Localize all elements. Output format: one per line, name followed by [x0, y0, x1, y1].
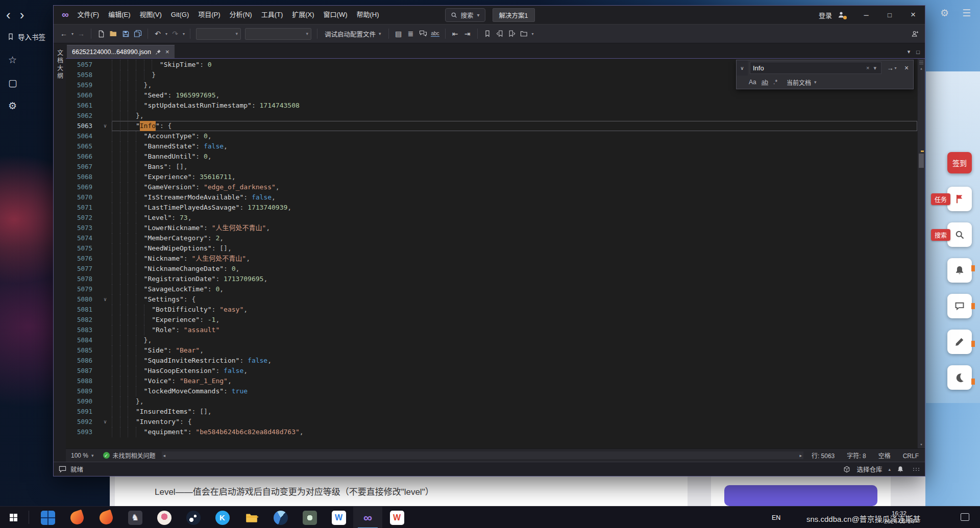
solution-badge[interactable]: 解决方案1 [493, 8, 535, 22]
code-line[interactable]: 5078"RegistrationDate": 1713709695, [66, 274, 917, 284]
sidebar-messages[interactable] [947, 294, 972, 318]
line-number[interactable]: 5079 [66, 284, 99, 294]
line-number[interactable]: 5075 [66, 243, 99, 254]
line-number[interactable]: 5073 [66, 223, 99, 233]
find-history-chevron-icon[interactable]: ▾ [871, 65, 878, 71]
line-number[interactable]: 5067 [66, 162, 99, 172]
code-line[interactable]: 5067"Bans": [], [66, 162, 917, 172]
taskbar-app-ms-store[interactable] [33, 507, 62, 528]
page-menu-icon[interactable]: ☰ [962, 7, 971, 19]
regex-toggle[interactable]: .* [773, 79, 777, 86]
fold-chevron-icon[interactable]: ∨ [99, 294, 112, 305]
line-number[interactable]: 5090 [66, 396, 99, 407]
code-line[interactable]: 5089"lockedMoveCommands": true [66, 386, 917, 396]
webpage-purple-button[interactable] [724, 485, 877, 506]
minimize-button[interactable]: ─ [854, 6, 878, 24]
line-number[interactable]: 5084 [66, 335, 99, 345]
code-line[interactable]: 5070"IsStreamerModeAvailable": false, [66, 192, 917, 203]
sidebar-edit[interactable] [947, 330, 972, 354]
find-scope-dropdown[interactable]: 当前文档 ▾ [787, 78, 817, 87]
code-line[interactable]: 5062}, [66, 111, 917, 121]
code-line[interactable]: 5086"SquadInviteRestriction": false, [66, 356, 917, 366]
line-number[interactable]: 5066 [66, 152, 99, 162]
taskbar-app-steam[interactable] [179, 507, 208, 528]
code-line[interactable]: 5091"InsuredItems": [], [66, 407, 917, 417]
taskbar-app-visual-studio[interactable]: ∞ [353, 507, 382, 528]
comments-icon[interactable] [418, 28, 429, 40]
save-all-icon[interactable] [132, 28, 143, 40]
scrollbar-thumb[interactable] [919, 154, 924, 168]
debug-profile-dropdown[interactable]: 调试启动配置文件 ▾ [321, 29, 385, 39]
close-button[interactable]: × [901, 6, 925, 24]
line-number[interactable]: 5071 [66, 203, 99, 213]
code-line[interactable]: 5066"BannedUntil": 0, [66, 152, 917, 162]
pencil-icon[interactable] [947, 330, 972, 354]
new-file-icon[interactable] [95, 28, 107, 40]
code-line[interactable]: 5075"NeedWipeOptions": [], [66, 243, 917, 254]
code-line[interactable]: 5061"sptUpdateLastRunTimestamp": 1714743… [66, 100, 917, 111]
code-line[interactable]: 5073"LowerNickname": "人生何处不青山", [66, 223, 917, 233]
line-number[interactable]: 5093 [66, 427, 99, 437]
menu-gitg[interactable]: Git(G) [166, 6, 193, 24]
line-number[interactable]: 5063 [66, 121, 99, 131]
resize-grip[interactable] [913, 468, 920, 471]
bookmark-add-icon[interactable] [482, 28, 493, 40]
navigate-forward-icon[interactable]: → [76, 28, 87, 40]
line-number[interactable]: 5083 [66, 325, 99, 335]
favorites-star-icon[interactable]: ☆ [8, 54, 17, 66]
code-line[interactable]: 5063∨"Info": { [66, 121, 917, 131]
outline-lines-icon[interactable]: ≣ [405, 28, 416, 40]
navigate-back-chevron-icon[interactable]: ▾ [70, 32, 75, 36]
menu-x[interactable]: 扩展(X) [287, 6, 318, 24]
code-line[interactable]: 5077"NicknameChangeDate": 0, [66, 264, 917, 274]
line-number[interactable]: 5078 [66, 274, 99, 284]
document-health-indicator[interactable]: ✓ 未找到相关问题 [99, 451, 160, 460]
pin-icon[interactable] [155, 49, 161, 55]
menu-p[interactable]: 项目(P) [193, 6, 225, 24]
sidebar-checkin-button[interactable]: 签到 [947, 152, 972, 173]
scroll-up-icon[interactable]: ▴ [918, 65, 925, 71]
code-line[interactable]: 5076"Nickname": "人生何处不青山", [66, 254, 917, 264]
code-line[interactable]: 5093"equipment": "be584b624b6c82ea8d48d7… [66, 427, 917, 437]
float-window-icon[interactable]: □ [916, 49, 920, 55]
line-number[interactable]: 5082 [66, 315, 99, 325]
code-line[interactable]: 5080∨"Settings": { [66, 294, 917, 305]
save-icon[interactable] [120, 28, 131, 40]
toolbar-combobox-2[interactable]: ▾ [245, 28, 311, 40]
code-line[interactable]: 5069"GameVersion": "edge_of_darkness", [66, 182, 917, 192]
whole-word-toggle[interactable]: ab [762, 79, 768, 86]
line-indicator[interactable]: 行: 5063 [805, 452, 841, 460]
menu-n[interactable]: 分析(N) [225, 6, 257, 24]
taskbar-app-game-box[interactable] [295, 507, 324, 528]
spell-check-icon[interactable]: abc [430, 28, 441, 40]
moon-icon[interactable] [947, 365, 972, 390]
code-line[interactable]: 5068"Experience": 35616711, [66, 172, 917, 182]
select-repo-button[interactable]: 选择仓库 [856, 464, 882, 474]
menu-w[interactable]: 窗口(W) [319, 6, 352, 24]
bell-icon[interactable] [897, 466, 904, 473]
line-number[interactable]: 5077 [66, 264, 99, 274]
flag-icon[interactable] [947, 187, 972, 211]
code-line[interactable]: 5082"Experience": -1, [66, 315, 917, 325]
line-number[interactable]: 5085 [66, 345, 99, 356]
chat-icon[interactable] [947, 294, 972, 318]
line-number[interactable]: 5072 [66, 213, 99, 223]
fold-chevron-icon[interactable]: ∨ [99, 417, 112, 427]
horizontal-scrollbar[interactable]: ◂ ▸ [162, 451, 803, 459]
fold-chevron-icon[interactable]: ∨ [99, 121, 112, 131]
menu-e[interactable]: 编辑(E) [104, 6, 135, 24]
line-number[interactable]: 5061 [66, 100, 99, 111]
open-file-icon[interactable] [108, 28, 119, 40]
navigate-back-icon[interactable]: ← [58, 28, 69, 40]
sign-in-button[interactable]: 登录 [819, 10, 832, 20]
start-button[interactable] [0, 507, 27, 528]
code-line[interactable]: 5071"LastTimePlayedAsSavage": 1713740939… [66, 203, 917, 213]
code-line[interactable]: 5064"AccountType": 0, [66, 131, 917, 141]
code-line[interactable]: 5092∨"Inventory": { [66, 417, 917, 427]
bookmark-prev-icon[interactable] [494, 28, 505, 40]
code-line[interactable]: 5087"HasCoopExtension": false, [66, 366, 917, 376]
find-close-button[interactable]: × [900, 64, 913, 72]
taskbar-app-file-explorer[interactable] [237, 507, 266, 528]
line-number[interactable]: 5065 [66, 141, 99, 152]
line-number[interactable]: 5057 [66, 60, 99, 70]
